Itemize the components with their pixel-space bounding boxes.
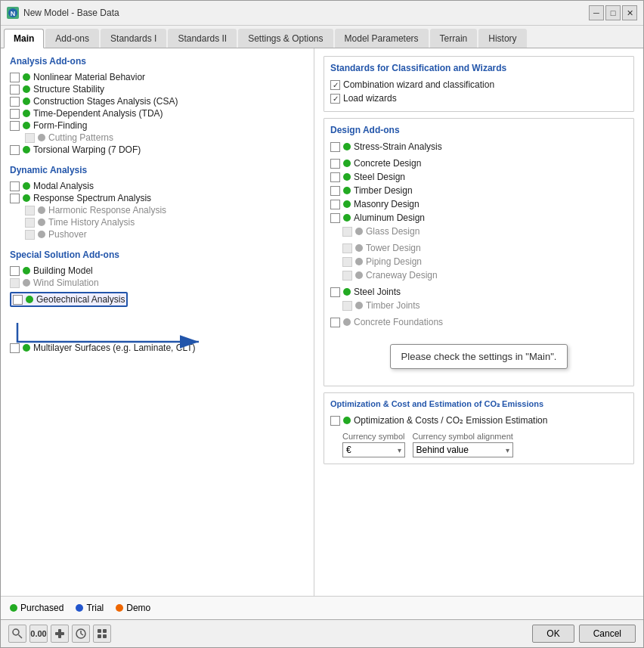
concrete-foundations-checkbox[interactable] <box>330 318 340 327</box>
gray-dot-icon <box>38 134 45 141</box>
svg-line-9 <box>81 634 83 635</box>
tool4-button[interactable] <box>72 625 90 643</box>
timber-joints-checkbox[interactable] <box>342 301 352 311</box>
masonry-design-checkbox[interactable] <box>330 200 340 209</box>
list-item: Form-Finding <box>10 119 305 132</box>
aluminum-design-checkbox[interactable] <box>330 213 340 223</box>
standards-section: Standards for Classification and Wizards… <box>324 56 634 112</box>
item-label: Form-Finding <box>33 120 87 131</box>
list-item: Masonry Design <box>330 197 627 211</box>
glass-design-checkbox[interactable] <box>342 227 352 237</box>
tda-checkbox[interactable] <box>10 109 20 119</box>
list-item: Modal Analysis <box>10 180 305 192</box>
combination-wizard-checkbox[interactable] <box>330 80 340 90</box>
close-button[interactable]: ✕ <box>622 5 637 20</box>
item-label: Geotechnical Analysis <box>36 294 125 305</box>
maximize-button[interactable]: □ <box>605 5 621 20</box>
tab-terrain[interactable]: Terrain <box>430 29 478 48</box>
torsional-checkbox[interactable] <box>10 145 20 155</box>
tab-standards-ii[interactable]: Standards II <box>168 29 237 48</box>
tab-history[interactable]: History <box>478 29 526 48</box>
list-item: Timber Joints <box>330 299 627 312</box>
list-item: Concrete Foundations <box>330 315 627 329</box>
callout-text: Please check the settings in "Main". <box>401 351 557 362</box>
cancel-button[interactable]: Cancel <box>579 625 636 643</box>
main-window: N New Model - Base Data ─ □ ✕ Main Add-o… <box>0 0 644 648</box>
ok-button[interactable]: OK <box>532 625 574 643</box>
list-item: Timber Design <box>330 184 627 197</box>
item-label: Construction Stages Analysis (CSA) <box>33 96 178 107</box>
list-item: Piping Design <box>330 255 627 268</box>
csa-checkbox[interactable] <box>10 97 20 107</box>
design-section: Design Add-ons Stress-Strain Analysis Co… <box>324 118 634 386</box>
geotechnical-checkbox[interactable] <box>13 295 23 305</box>
item-label: Combination wizard and classification <box>343 79 494 90</box>
tab-settings-options[interactable]: Settings & Options <box>238 29 333 48</box>
minimize-button[interactable]: ─ <box>589 5 604 20</box>
timber-design-checkbox[interactable] <box>330 186 340 196</box>
svg-line-4 <box>19 635 23 639</box>
tool3-button[interactable] <box>51 625 69 643</box>
gray-dot-icon <box>343 318 351 326</box>
tool4-icon <box>75 628 87 640</box>
purchased-legend: Purchased <box>10 603 63 613</box>
search-button[interactable] <box>8 625 26 643</box>
structure-stability-checkbox[interactable] <box>10 85 20 95</box>
item-label: Masonry Design <box>354 199 420 209</box>
svg-point-3 <box>13 629 19 635</box>
green-dot-icon <box>343 214 351 222</box>
list-item: Cutting Patterns <box>25 132 305 144</box>
item-label: Timber Design <box>354 185 413 196</box>
dropdown-arrow-icon: ▾ <box>398 446 401 454</box>
tool5-button[interactable] <box>93 625 111 643</box>
cutting-patterns-checkbox[interactable] <box>25 133 35 143</box>
dynamic-analysis-title: Dynamic Analysis <box>10 165 305 175</box>
building-model-checkbox[interactable] <box>10 266 20 276</box>
load-wizards-checkbox[interactable] <box>330 94 340 104</box>
modal-checkbox[interactable] <box>10 181 20 191</box>
green-dot-icon <box>23 267 30 274</box>
left-panel: Analysis Add-ons Nonlinear Material Beha… <box>1 48 314 596</box>
gray-dot-icon <box>355 244 363 252</box>
item-label: Timber Joints <box>366 300 420 311</box>
nonlinear-checkbox[interactable] <box>10 73 20 82</box>
tab-standards-i[interactable]: Standards I <box>101 29 166 48</box>
tab-main[interactable]: Main <box>4 29 44 48</box>
gray-dot-icon <box>38 219 45 226</box>
calculator-button[interactable]: 0.00 <box>29 625 48 643</box>
wind-simulation-checkbox[interactable] <box>10 278 20 288</box>
tab-addons[interactable]: Add-ons <box>45 29 99 48</box>
list-item: Craneway Design <box>330 268 627 282</box>
green-dot-icon <box>343 200 351 208</box>
piping-design-checkbox[interactable] <box>342 257 352 267</box>
tower-design-checkbox[interactable] <box>342 243 352 253</box>
craneway-design-checkbox[interactable] <box>342 271 352 281</box>
steel-design-checkbox[interactable] <box>330 172 340 182</box>
time-history-checkbox[interactable] <box>25 218 35 228</box>
concrete-design-checkbox[interactable] <box>330 159 340 169</box>
response-spectrum-checkbox[interactable] <box>10 194 20 203</box>
item-label: Structure Stability <box>33 84 104 95</box>
tab-model-parameters[interactable]: Model Parameters <box>335 29 429 48</box>
green-dot-icon <box>23 98 30 105</box>
green-dot-icon <box>343 143 351 150</box>
currency-alignment-group: Currency symbol alignment Behind value ▾ <box>413 432 513 457</box>
harmonic-checkbox[interactable] <box>25 206 35 215</box>
currency-value: € <box>346 445 351 455</box>
gray-dot-icon <box>355 228 363 235</box>
currency-symbol-select[interactable]: € ▾ <box>342 442 405 457</box>
item-label: Optimization & Costs / CO₂ Emission Esti… <box>354 415 547 426</box>
optimization-checkbox[interactable] <box>330 416 340 426</box>
currency-alignment-select[interactable]: Behind value ▾ <box>413 442 513 457</box>
green-dot-icon <box>23 182 30 190</box>
steel-joints-checkbox[interactable] <box>330 287 340 297</box>
stress-strain-checkbox[interactable] <box>330 142 340 152</box>
pushover-checkbox[interactable] <box>25 230 35 240</box>
item-label: Building Model <box>33 265 93 276</box>
right-panel: Standards for Classification and Wizards… <box>314 48 643 596</box>
standards-title: Standards for Classification and Wizards <box>330 63 627 73</box>
form-finding-checkbox[interactable] <box>10 121 20 131</box>
optimization-section: Optimization & Cost and Estimation of CO… <box>324 392 634 464</box>
currency-row: Currency symbol € ▾ Currency symbol alig… <box>342 432 627 457</box>
callout-arrow-icon <box>10 312 221 349</box>
